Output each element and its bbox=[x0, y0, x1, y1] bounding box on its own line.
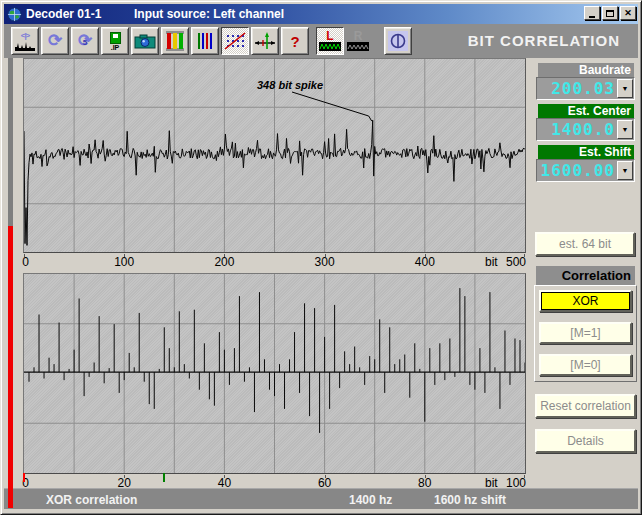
power-button[interactable] bbox=[384, 27, 412, 55]
status-mode: XOR correlation bbox=[46, 493, 137, 507]
caption-buttons: ✕ bbox=[584, 6, 636, 20]
baudrate-value: 200.03 bbox=[537, 79, 617, 98]
spectrum-caret-icon: <|> bbox=[21, 32, 30, 39]
axis-tick-label: 200 bbox=[214, 255, 234, 269]
window-title: Decoder 01-1 bbox=[26, 7, 101, 21]
chevron-down-icon: ▼ bbox=[622, 85, 629, 92]
est-shift-dropdown-button[interactable]: ▼ bbox=[617, 161, 633, 180]
correlation-section-header: Correlation bbox=[536, 266, 635, 285]
status-bar: XOR correlation 1400 hz 1600 hz shift bbox=[4, 488, 638, 509]
xor-correlation-plot bbox=[24, 274, 525, 473]
save-ip-button[interactable]: .IP bbox=[101, 27, 129, 55]
axis-unit-label: bit bbox=[485, 255, 498, 269]
est-center-display: 1400.0 ▼ bbox=[536, 118, 635, 141]
color-bars-icon bbox=[165, 31, 185, 51]
right-waveform-icon bbox=[347, 42, 369, 51]
app-icon bbox=[7, 7, 22, 22]
xor-correlation-x-axis: 020406080100bit bbox=[23, 475, 526, 489]
left-waveform-icon bbox=[319, 42, 341, 51]
spectrum-icon bbox=[15, 39, 35, 51]
spike-annotation: 348 bit spike bbox=[257, 79, 323, 91]
toolbar: <|> ⟳ ⟳ 5 .IP bbox=[4, 24, 638, 58]
correlation-view-button[interactable] bbox=[221, 27, 249, 55]
status-shift-frequency: 1600 hz shift bbox=[434, 493, 506, 507]
refresh-5-digit: 5 bbox=[83, 38, 87, 47]
details-button[interactable]: Details bbox=[535, 429, 636, 453]
est-shift-label: Est. Shift bbox=[538, 145, 634, 159]
baudrate-display: 200.03 ▼ bbox=[536, 77, 635, 100]
minimize-button[interactable] bbox=[584, 6, 600, 20]
est-center-dropdown-button[interactable]: ▼ bbox=[617, 120, 633, 139]
axis-arrows-icon bbox=[254, 31, 276, 51]
axis-position-marker bbox=[23, 473, 25, 482]
est-center-value: 1400.0 bbox=[537, 120, 617, 139]
status-center-frequency: 1400 hz bbox=[349, 493, 392, 507]
refresh-icon: ⟳ bbox=[48, 32, 62, 50]
axis-tick-label: 400 bbox=[415, 255, 435, 269]
scatter-cross-icon bbox=[224, 31, 246, 51]
maximize-icon bbox=[606, 10, 614, 17]
color-bars-button[interactable] bbox=[161, 27, 189, 55]
input-source-label: Input source: Left channel bbox=[134, 7, 284, 21]
bit-signal-chart[interactable]: 348 bit spike bbox=[23, 58, 526, 253]
axis-tick-label: 100 bbox=[114, 255, 134, 269]
left-channel-letter: L bbox=[326, 31, 333, 42]
progress-strip-gray bbox=[8, 58, 13, 226]
refresh-5-button[interactable]: ⟳ 5 bbox=[71, 27, 99, 55]
camera-icon bbox=[134, 34, 156, 49]
screenshot-button[interactable] bbox=[131, 27, 159, 55]
titlebar[interactable]: Decoder 01-1 Input source: Left channel … bbox=[4, 4, 638, 24]
help-icon: ? bbox=[290, 33, 299, 50]
right-channel-letter: R bbox=[354, 31, 363, 42]
disk-icon bbox=[110, 32, 121, 44]
xor-correlation-chart[interactable] bbox=[23, 273, 526, 474]
axis-tick-label: 0 bbox=[22, 255, 29, 269]
chevron-down-icon: ▼ bbox=[622, 167, 629, 174]
close-icon: ✕ bbox=[624, 9, 632, 18]
signal-spectrum-button[interactable]: <|> bbox=[11, 27, 39, 55]
axis-position-marker bbox=[163, 473, 165, 482]
spectrum-lines-button[interactable] bbox=[191, 27, 219, 55]
reset-correlation-button[interactable]: Reset correlation bbox=[535, 394, 636, 418]
baudrate-dropdown-button[interactable]: ▼ bbox=[617, 79, 633, 98]
chevron-down-icon: ▼ bbox=[622, 126, 629, 133]
m-equals-0-button[interactable]: [M=0] bbox=[539, 354, 632, 376]
bit-signal-x-axis: 0100200300400500bit bbox=[23, 254, 526, 268]
page-title: BIT CORRELATION bbox=[468, 32, 620, 49]
bit-signal-plot: 348 bit spike bbox=[24, 59, 525, 252]
close-button[interactable]: ✕ bbox=[620, 6, 636, 20]
m-equals-1-button[interactable]: [M=1] bbox=[539, 322, 632, 344]
right-channel-button[interactable]: R bbox=[344, 27, 372, 55]
est-shift-value: 1600.00 bbox=[537, 161, 617, 180]
power-icon bbox=[388, 31, 408, 51]
baudrate-label: Baudrate bbox=[538, 63, 634, 77]
axis-tick-label: 300 bbox=[315, 255, 335, 269]
decoder-window: Decoder 01-1 Input source: Left channel … bbox=[0, 0, 642, 515]
refresh-button[interactable]: ⟳ bbox=[41, 27, 69, 55]
est-center-label: Est. Center bbox=[538, 104, 634, 118]
est-shift-display: 1600.00 ▼ bbox=[536, 159, 635, 182]
axis-tick-label: 500 bbox=[506, 255, 526, 269]
ip-label: .IP bbox=[111, 44, 120, 51]
left-channel-button[interactable]: L bbox=[316, 27, 344, 55]
xor-button[interactable]: XOR bbox=[539, 290, 632, 312]
axis-adjust-button[interactable] bbox=[251, 27, 279, 55]
maximize-button[interactable] bbox=[602, 6, 618, 20]
progress-strip-red bbox=[8, 226, 13, 508]
stripes-icon bbox=[196, 32, 214, 50]
minimize-icon bbox=[589, 16, 595, 18]
help-button[interactable]: ? bbox=[281, 27, 309, 55]
est-64-bit-button[interactable]: est. 64 bit bbox=[535, 232, 635, 256]
